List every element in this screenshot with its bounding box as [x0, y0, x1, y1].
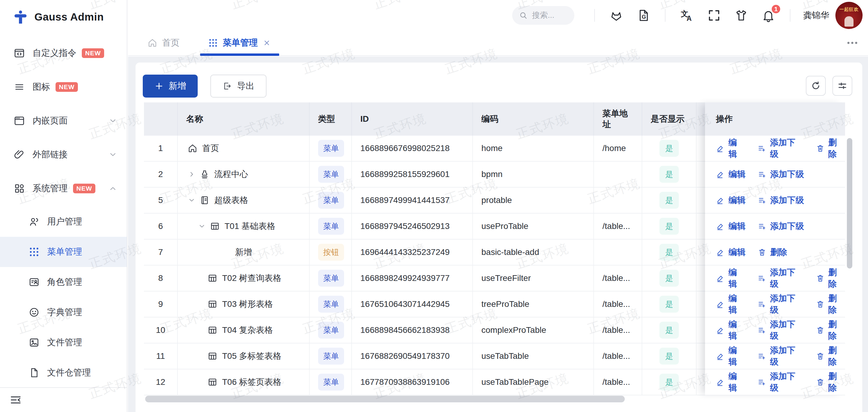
delete-action[interactable]: 删除	[816, 345, 845, 367]
tab-home[interactable]: 首页	[140, 30, 187, 55]
add-child-action[interactable]: 添加下级	[757, 371, 803, 393]
new-badge: NEW	[82, 48, 104, 58]
fullscreen-button[interactable]	[707, 8, 721, 22]
edit-action[interactable]: 编辑	[716, 220, 745, 232]
edit-action[interactable]: 编辑	[716, 169, 745, 180]
horizontal-scrollbar[interactable]	[145, 396, 625, 402]
docs-button[interactable]: G	[637, 8, 650, 22]
more-tabs-icon[interactable]	[846, 36, 859, 50]
sidebar-item-label: 内嵌页面	[33, 115, 68, 127]
export-button[interactable]: 导出	[210, 75, 267, 97]
add-child-action[interactable]: 添加下级	[757, 169, 804, 180]
edit-action[interactable]: 编辑	[716, 319, 745, 342]
add-child-action[interactable]: 添加下级	[757, 345, 803, 367]
dictionary-icon	[28, 306, 40, 318]
add-button[interactable]: 新增	[143, 75, 198, 97]
actions-cell: 编辑添加下级删除	[705, 370, 845, 395]
theme-button[interactable]	[734, 8, 748, 22]
edit-action[interactable]: 编辑	[716, 345, 745, 367]
language-button[interactable]: 文A	[680, 8, 694, 22]
code-cell: treeProTable	[473, 292, 594, 317]
delete-action[interactable]: 删除	[816, 137, 845, 160]
sidebar-subitem-用户管理[interactable]: 用户管理	[0, 207, 127, 237]
clipped-cell	[696, 136, 706, 161]
sidebar-subitem-菜单管理[interactable]: 菜单管理	[0, 237, 127, 267]
path-cell: /table...	[594, 318, 642, 343]
path-cell: /table...	[594, 213, 642, 239]
close-tab-icon[interactable]	[262, 38, 271, 48]
delete-icon	[816, 144, 825, 153]
sidebar-subitem-label: 角色管理	[47, 276, 82, 288]
sidebar-item-3[interactable]: 外部链接	[0, 139, 127, 170]
delete-icon	[816, 274, 825, 283]
column-header-1: 名称	[178, 102, 310, 136]
sidebar-item-4[interactable]: 系统管理NEW	[0, 173, 127, 204]
sidebar-subitem-label: 菜单管理	[47, 246, 82, 258]
menu-name-cell: 超级表格	[178, 187, 310, 213]
vertical-scrollbar[interactable]	[847, 138, 852, 268]
sidebar-footer	[0, 387, 127, 412]
collapse-sidebar-button[interactable]	[9, 393, 22, 407]
path-cell	[594, 239, 642, 265]
visible-cell: 是	[642, 318, 696, 343]
add-child-action[interactable]: 添加下级	[757, 293, 803, 316]
visible-badge: 是	[659, 374, 679, 390]
edit-icon	[716, 378, 725, 387]
edit-action[interactable]: 编辑	[716, 246, 745, 258]
tab-label: 首页	[162, 37, 180, 49]
add-child-action[interactable]: 添加下级	[757, 267, 803, 290]
add-child-icon	[757, 300, 766, 309]
type-cell: 菜单	[310, 161, 352, 187]
add-child-action[interactable]: 添加下级	[757, 220, 804, 232]
menu-name: 流程中心	[214, 169, 248, 180]
id-cell: 1668897945246502913	[352, 213, 473, 239]
type-cell: 菜单	[310, 370, 352, 395]
sidebar-subitem-文件管理[interactable]: 文件管理	[0, 327, 127, 358]
avatar[interactable]: 一起狂欢	[835, 2, 863, 29]
edit-action[interactable]: 编辑	[716, 371, 745, 393]
edit-action[interactable]: 编辑	[716, 137, 745, 160]
sidebar-item-0[interactable]: 自定义指令NEW	[0, 37, 127, 69]
add-child-action[interactable]: 添加下级	[757, 319, 803, 342]
delete-action[interactable]: 删除	[816, 319, 845, 342]
chevron-down-icon[interactable]	[198, 222, 206, 231]
search-input[interactable]	[532, 10, 565, 20]
delete-action[interactable]: 删除	[816, 267, 845, 290]
chevron-down-icon[interactable]	[187, 196, 196, 205]
sidebar-item-2[interactable]: 内嵌页面	[0, 105, 127, 137]
add-child-action[interactable]: 添加下级	[757, 137, 803, 160]
sidebar-subitem-文件仓管理[interactable]: 文件仓管理	[0, 358, 127, 388]
actions-cell: 编辑添加下级删除	[705, 265, 845, 292]
notifications-button[interactable]: 1	[762, 8, 775, 22]
sidebar-item-1[interactable]: 图标NEW	[0, 71, 127, 103]
code-cell: bpmn	[473, 161, 594, 187]
delete-action[interactable]: 删除	[816, 371, 845, 393]
add-child-icon	[757, 378, 766, 387]
svg-text:A: A	[687, 14, 692, 22]
id-cell: 1668897499941441537	[352, 187, 473, 213]
sidebar-subitem-角色管理[interactable]: 角色管理	[0, 267, 127, 297]
global-search[interactable]	[512, 6, 574, 25]
refresh-button[interactable]	[806, 76, 826, 96]
delete-action[interactable]: 删除	[816, 293, 845, 316]
add-child-icon	[757, 352, 766, 361]
delete-action[interactable]: 删除	[757, 246, 787, 258]
clipped-cell	[696, 318, 706, 343]
add-child-action-label: 添加下级	[770, 319, 803, 342]
sidebar-subitem-label: 文件仓管理	[47, 367, 91, 379]
tab-menu-management[interactable]: 菜单管理	[200, 30, 279, 55]
row-number: 5	[144, 187, 178, 213]
add-child-action[interactable]: 添加下级	[757, 195, 804, 206]
edit-action[interactable]: 编辑	[716, 267, 745, 290]
column-settings-button[interactable]	[832, 76, 852, 96]
add-child-action-label: 添加下级	[770, 137, 803, 160]
chevron-right-icon[interactable]	[187, 170, 196, 178]
sidebar-subitem-字典管理[interactable]: 字典管理	[0, 297, 127, 327]
menu-name-cell: T02 树查询表格	[178, 265, 310, 291]
path-cell: /table...	[594, 292, 642, 317]
edit-action[interactable]: 编辑	[716, 195, 745, 206]
user-name[interactable]: 龚锦华	[803, 9, 829, 22]
table-row: 11T05 多标签表格菜单1676882690549178370useTabTa…	[144, 344, 705, 370]
gitlab-button[interactable]	[609, 8, 623, 22]
edit-action[interactable]: 编辑	[716, 293, 745, 316]
